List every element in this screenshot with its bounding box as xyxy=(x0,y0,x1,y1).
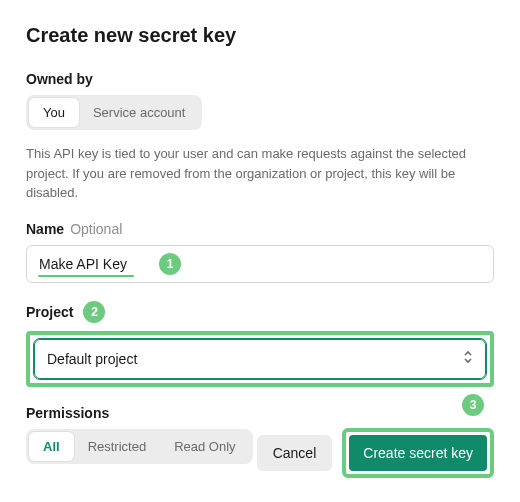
owned-by-service-account[interactable]: Service account xyxy=(79,98,200,127)
owned-by-you[interactable]: You xyxy=(29,98,79,127)
owned-by-label: Owned by xyxy=(26,71,494,87)
owned-by-group: You Service account xyxy=(26,95,202,130)
name-input[interactable] xyxy=(26,245,494,283)
footer-actions: Cancel Create secret key xyxy=(257,428,494,478)
name-label-row: Name Optional xyxy=(26,221,494,237)
permissions-all[interactable]: All xyxy=(29,432,74,461)
project-select-value: Default project xyxy=(47,351,137,367)
permissions-restricted[interactable]: Restricted xyxy=(74,432,161,461)
modal-title: Create new secret key xyxy=(26,24,494,47)
name-optional: Optional xyxy=(70,221,122,237)
project-label: Project xyxy=(26,304,73,320)
name-underline-highlight xyxy=(38,275,134,277)
annotation-badge-3: 3 xyxy=(462,394,484,416)
permissions-read-only[interactable]: Read Only xyxy=(160,432,249,461)
helper-text: This API key is tied to your user and ca… xyxy=(26,144,494,203)
permissions-label: Permissions xyxy=(26,405,494,421)
project-section: Project 2 Default project xyxy=(26,301,494,387)
owned-by-section: Owned by You Service account This API ke… xyxy=(26,71,494,203)
project-highlight-box: Default project xyxy=(26,331,494,387)
name-section: Name Optional 1 xyxy=(26,221,494,283)
name-label: Name xyxy=(26,221,64,237)
permissions-group: All Restricted Read Only xyxy=(26,429,253,464)
annotation-badge-2: 2 xyxy=(83,301,105,323)
project-select[interactable]: Default project xyxy=(34,339,486,379)
project-label-row: Project 2 xyxy=(26,301,494,323)
create-button-highlight: Create secret key xyxy=(342,428,494,478)
cancel-button[interactable]: Cancel xyxy=(257,435,333,471)
annotation-badge-1: 1 xyxy=(159,253,181,275)
create-secret-key-button[interactable]: Create secret key xyxy=(349,435,487,471)
